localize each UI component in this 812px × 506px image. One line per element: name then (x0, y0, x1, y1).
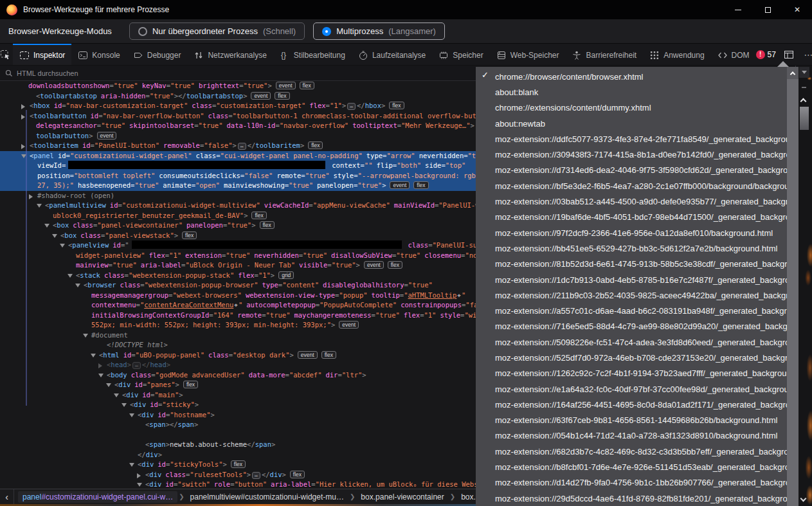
context-menu-item[interactable]: moz-extension://19baf6de-4bf5-4051-bdc7-… (476, 210, 787, 225)
event-badge[interactable]: event (339, 321, 359, 329)
context-menu-item[interactable]: about:newtab (476, 116, 787, 131)
context-menu-item[interactable]: about:blank (476, 84, 787, 100)
collapse-arrow[interactable] (114, 393, 119, 397)
mode-option-0[interactable]: Nur übergeordneter Prozess(Schnell) (129, 23, 305, 40)
tab-web-speicher[interactable]: Web-Speicher (490, 44, 566, 65)
context-menu-item[interactable]: moz-extension://164af256-4451-4695-8c0d-… (476, 397, 787, 412)
flex-badge[interactable]: flex (183, 381, 198, 388)
context-menu-item[interactable]: moz-extension://97f2dcf9-2366-41e6-956e-… (476, 225, 787, 240)
expand-inline-button[interactable]: … (132, 362, 141, 369)
collapse-arrow[interactable] (68, 274, 73, 278)
breadcrumb-item[interactable]: panel#customizationui-widget-panel.cui-w… (18, 491, 177, 503)
flex-badge[interactable]: flex (260, 221, 275, 229)
context-menu-item[interactable]: moz-extension://03bab512-a445-4500-a9d0-… (476, 194, 787, 209)
breadcrumb-item[interactable]: panelmultiview#customizationui-widget-mu… (186, 491, 348, 503)
collapse-arrow[interactable] (129, 463, 134, 467)
context-menu-item[interactable]: moz-extension://bf5e3de2-f6b5-4ea7-a280-… (476, 178, 787, 194)
flex-badge[interactable]: flex (231, 460, 246, 468)
tab-netzwerkanalyse[interactable]: Netzwerkanalyse (187, 44, 273, 65)
dropdown-scrollbar[interactable] (787, 67, 798, 506)
event-badge[interactable]: event (364, 261, 384, 269)
context-menu-item[interactable]: moz-extension://bb451ee5-6529-427b-bb3c-… (476, 240, 787, 256)
flex-badge[interactable]: flex (321, 351, 336, 359)
expand-arrow[interactable] (29, 194, 33, 199)
flex-badge[interactable]: flex (388, 261, 402, 269)
context-menu-item[interactable]: moz-extension://525df7d0-972a-46eb-b708-… (476, 350, 787, 365)
collapse-arrow[interactable] (52, 234, 57, 238)
flex-badge[interactable]: flex (290, 471, 305, 478)
context-menu-item[interactable]: moz-extension://5098226e-fc51-47c4-adea-… (476, 334, 787, 350)
flex-badge[interactable]: flex (389, 102, 404, 109)
mode-option-1[interactable]: Multiprozess(Langsamer) (313, 23, 445, 40)
context-menu-item[interactable]: moz-extension://29d5dccd-4ae6-41fd-8769-… (476, 491, 787, 506)
tab-dom[interactable]: DOM (711, 44, 756, 65)
collapse-arrow[interactable] (106, 383, 111, 387)
collapse-arrow[interactable] (60, 244, 65, 248)
markup-scrollbar-thumb[interactable] (800, 107, 809, 130)
tab-stilbearbeitung[interactable]: {}Stilbearbeitung (273, 44, 352, 65)
context-menu-item[interactable]: moz-extension://d14d27fb-9fa0-4756-9b1c-… (476, 475, 787, 491)
collapse-arrow[interactable] (91, 354, 96, 357)
select-node-icon[interactable]: ⌖ (457, 292, 461, 299)
context-menu-item[interactable]: moz-extension://63f67ceb-9b81-4656-8561-… (476, 413, 787, 428)
breadcrumb-scroll-left[interactable]: ‹ (0, 489, 14, 504)
scroll-up-button[interactable] (787, 67, 798, 79)
expand-arrow[interactable] (137, 473, 141, 478)
collapse-arrow[interactable] (44, 224, 50, 228)
collapse-arrow[interactable] (37, 204, 42, 208)
event-badge[interactable]: event (97, 132, 117, 140)
frame-picker-button[interactable] (782, 47, 796, 62)
scrollbar-thumb[interactable] (787, 79, 798, 506)
context-menu-item[interactable]: moz-extension://81b52d3d-6e61-4745-913b-… (476, 257, 787, 272)
close-button[interactable]: ✕ (782, 0, 812, 19)
context-menu-item[interactable]: ✓chrome://browser/content/browser.xhtml (476, 69, 787, 84)
edge-scroll-button[interactable] (799, 67, 809, 78)
context-menu-item[interactable]: moz-extension://b8fcbf01-7d6e-4e7e-926e-… (476, 459, 787, 474)
expand-inline-button[interactable]: … (347, 103, 356, 110)
collapse-arrow[interactable] (129, 413, 134, 417)
event-badge[interactable]: event (276, 82, 296, 89)
flex-badge[interactable]: flex (251, 212, 266, 219)
flex-badge[interactable]: flex (300, 82, 314, 89)
expand-inline-button[interactable]: … (238, 143, 246, 150)
event-badge[interactable]: event (251, 92, 271, 100)
context-menu-item[interactable]: chrome://extensions/content/dummy.xhtml (476, 100, 787, 116)
expand-arrow[interactable] (21, 114, 25, 120)
minimize-button[interactable] (723, 0, 753, 19)
context-menu-item[interactable]: moz-extension://211b9c03-2b52-4035-9825-… (476, 287, 787, 303)
context-menu-item[interactable]: moz-extension://716e5ed5-88d4-4c79-ae99-… (476, 319, 787, 334)
expand-arrow[interactable] (21, 104, 25, 109)
event-badge[interactable]: event (298, 351, 318, 359)
context-menu-item[interactable]: moz-extension://ddfc5077-9373-4fe3-87e4-… (476, 131, 787, 147)
node-link[interactable]: contentAreaContextMenu (144, 301, 233, 309)
tab-barrierefreiheit[interactable]: Barrierefreiheit (565, 44, 643, 65)
context-menu-item[interactable]: moz-extension://d7314ed6-dea2-4046-9f75-… (476, 163, 787, 178)
toolbox-menu-button[interactable]: ⋯ (802, 47, 812, 62)
tab-laufzeitanalyse[interactable]: Laufzeitanalyse (352, 44, 432, 65)
tab-inspektor[interactable]: Inspektor (13, 44, 71, 65)
grid-badge[interactable]: grid (278, 271, 294, 279)
collapse-arrow[interactable] (122, 403, 127, 407)
tab-konsole[interactable]: Konsole (71, 44, 126, 65)
context-menu-item[interactable]: moz-extension://e1a64a32-fc0c-40df-97bf-… (476, 381, 787, 397)
context-menu-item[interactable]: moz-extension://1dc7b913-0abd-4eb5-8785-… (476, 272, 787, 287)
collapse-arrow[interactable] (98, 374, 104, 377)
error-count-badge[interactable]: ! 57 (756, 50, 776, 59)
context-menu-item[interactable]: moz-extension://a557c01c-d6ae-4aad-b6c2-… (476, 303, 787, 318)
collapse-arrow[interactable] (137, 483, 142, 487)
element-picker-button[interactable] (0, 44, 10, 65)
flex-badge[interactable]: flex (413, 181, 428, 189)
context-menu-item[interactable]: moz-extension://054b1c44-71d2-41a0-a728-… (476, 428, 787, 444)
tab-speicher[interactable]: Speicher (432, 44, 489, 65)
expand-arrow[interactable] (21, 144, 25, 149)
flex-badge[interactable]: flex (308, 141, 323, 149)
breadcrumb-item[interactable]: box.panel-viewcontainer (356, 491, 448, 503)
flex-badge[interactable]: flex (182, 231, 197, 239)
expand-inline-button[interactable]: … (252, 472, 260, 479)
event-badge[interactable]: event (390, 181, 410, 189)
context-menu-item[interactable]: moz-extension://682d3b7c-4c82-469c-8d32-… (476, 444, 787, 459)
context-menu-item[interactable]: moz-extension://1262c92c-7c2f-4b1f-9194-… (476, 366, 787, 381)
collapse-arrow[interactable] (75, 284, 80, 287)
flex-badge[interactable]: flex (275, 92, 289, 100)
node-link[interactable]: aHTMLTooltip (408, 291, 457, 299)
